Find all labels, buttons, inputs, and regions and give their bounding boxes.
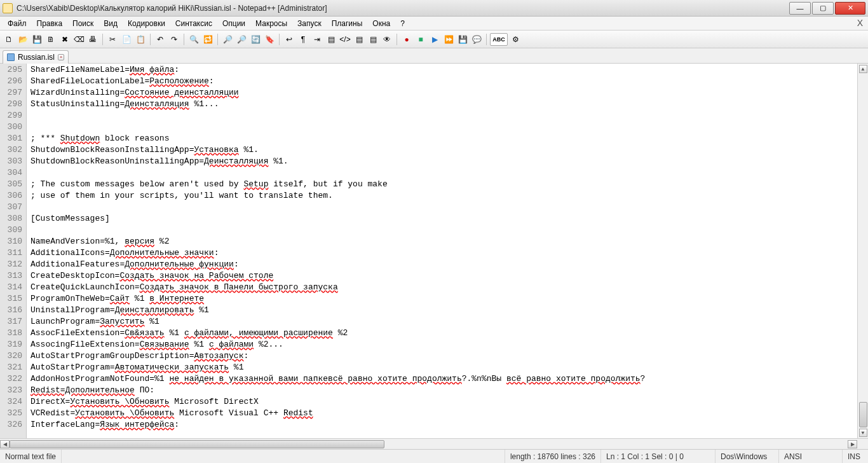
line-number-gutter: 2952962972982993003013023033043053063073… [0,64,27,438]
window-title: C:\Users\Xabib\Desktop\Калькулятор калор… [17,4,789,13]
comment-icon[interactable]: 💬 [470,33,483,46]
tab-close-icon[interactable]: × [58,54,64,60]
copy-icon[interactable]: 📄 [120,33,133,46]
undo-icon[interactable]: ↶ [154,33,166,46]
save-all-icon[interactable]: 🗎 [44,33,57,46]
toolbar: 🗋 📂 💾 🗎 ✖ ⌫ 🖶 ✂ 📄 📋 ↶ ↷ 🔍 🔁 🔎 🔎 🔄 🔖 ↩ ¶ … [0,31,868,48]
title-bar: C:\Users\Xabib\Desktop\Калькулятор калор… [0,0,868,17]
scroll-right-icon[interactable]: ▶ [848,440,857,448]
mdi-close-icon[interactable]: X [857,18,863,28]
close-file-icon[interactable]: ✖ [58,33,71,46]
indent-guide-icon[interactable]: ⇥ [311,33,323,46]
menu-windows[interactable]: Окна [367,18,395,29]
find-icon[interactable]: 🔍 [187,33,200,46]
zoom-in-icon[interactable]: 🔎 [221,33,234,46]
status-length: length : 18760 lines : 326 [505,450,601,463]
close-all-icon[interactable]: ⌫ [72,33,85,46]
redo-icon[interactable]: ↷ [168,33,180,46]
status-filetype: Normal text file [0,450,62,463]
toolbar-separator [150,34,151,45]
menu-run[interactable]: Запуск [292,18,327,29]
doc-map-icon[interactable]: ▤ [353,33,365,46]
tab-label: Russian.isl [18,53,55,62]
new-file-icon[interactable]: 🗋 [3,33,15,46]
scroll-up-icon[interactable]: ▲ [859,65,867,73]
macro-record-icon[interactable]: ● [400,33,413,46]
settings-icon[interactable]: ⚙ [509,33,522,46]
macro-play-icon[interactable]: ▶ [428,33,441,46]
menu-plugins[interactable]: Плагины [327,18,368,29]
toolbar-separator [184,34,184,45]
scroll-down-icon[interactable]: ▼ [859,429,867,437]
spellcheck-icon[interactable]: ABC [490,33,508,46]
language-icon[interactable]: </> [339,33,351,46]
code-editor[interactable]: SharedFileNameLabel=Имя файла:SharedFile… [27,64,857,438]
status-eol: Dos\Windows [715,450,779,463]
menu-encoding[interactable]: Кодировки [123,18,170,29]
menu-macros[interactable]: Макросы [250,18,292,29]
macro-play-multi-icon[interactable]: ⏩ [442,33,455,46]
menu-bar: Файл Правка Поиск Вид Кодировки Синтакси… [0,17,868,31]
toolbar-separator [217,34,218,45]
status-encoding: ANSI [779,450,843,463]
menu-file[interactable]: Файл [3,18,32,29]
app-icon [3,3,13,13]
toolbar-separator [279,34,280,45]
open-file-icon[interactable]: 📂 [17,33,29,46]
scroll-thumb[interactable] [859,402,867,427]
menu-search[interactable]: Поиск [67,18,98,29]
scroll-left-icon[interactable]: ◀ [0,440,10,448]
menu-help[interactable]: ? [395,18,410,29]
status-bar: Normal text file length : 18760 lines : … [0,449,868,463]
scroll-thumb[interactable] [10,440,384,448]
toolbar-separator [397,34,397,45]
replace-icon[interactable]: 🔁 [201,33,214,46]
print-icon[interactable]: 🖶 [86,33,99,46]
menu-view[interactable]: Вид [98,18,123,29]
paste-icon[interactable]: 📋 [134,33,147,46]
close-button[interactable]: ✕ [835,2,865,15]
macro-stop-icon[interactable]: ■ [414,33,427,46]
show-all-chars-icon[interactable]: ¶ [297,33,309,46]
editor-area: 2952962972982993003013023033043053063073… [0,64,868,449]
zoom-out-icon[interactable]: 🔎 [235,33,248,46]
horizontal-scrollbar[interactable]: ◀ ▶ [0,438,868,449]
menu-edit[interactable]: Правка [32,18,68,29]
minimize-button[interactable]: — [789,2,811,15]
toolbar-separator [102,34,103,45]
cut-icon[interactable]: ✂ [106,33,119,46]
macro-save-icon[interactable]: 💾 [456,33,469,46]
status-insert-mode: INS [843,450,868,463]
maximize-button[interactable]: ▢ [812,2,834,15]
fold-icon[interactable]: ▤ [325,33,337,46]
tab-russian-isl[interactable]: Russian.isl × [3,50,69,64]
status-position: Ln : 1 Col : 1 Sel : 0 | 0 [601,450,715,463]
monitor-icon[interactable]: 👁 [381,33,393,46]
vertical-scrollbar[interactable]: ▲ ▼ [857,64,868,438]
function-list-icon[interactable]: ▤ [367,33,379,46]
toolbar-separator [486,34,487,45]
menu-options[interactable]: Опции [217,18,250,29]
file-icon [7,53,15,61]
sync-icon[interactable]: 🔄 [249,33,262,46]
bookmark-icon[interactable]: 🔖 [263,33,276,46]
save-icon[interactable]: 💾 [31,33,43,46]
tab-bar: Russian.isl × [0,48,868,64]
wordwrap-icon[interactable]: ↩ [283,33,295,46]
menu-syntax[interactable]: Синтаксис [170,18,217,29]
